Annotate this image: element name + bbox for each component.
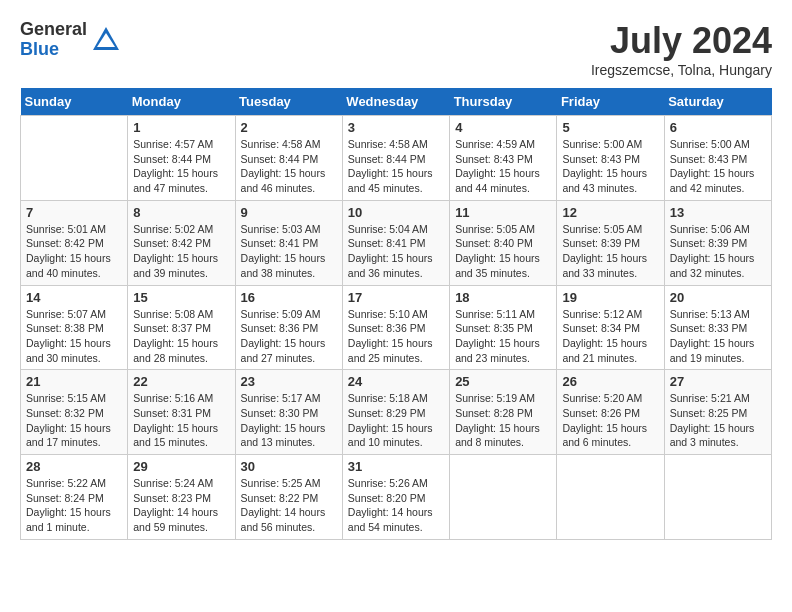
calendar-cell: 10Sunrise: 5:04 AM Sunset: 8:41 PM Dayli… [342, 200, 449, 285]
day-info: Sunrise: 5:10 AM Sunset: 8:36 PM Dayligh… [348, 307, 444, 366]
calendar-cell: 13Sunrise: 5:06 AM Sunset: 8:39 PM Dayli… [664, 200, 771, 285]
calendar-cell: 11Sunrise: 5:05 AM Sunset: 8:40 PM Dayli… [450, 200, 557, 285]
day-number: 14 [26, 290, 122, 305]
calendar-cell: 20Sunrise: 5:13 AM Sunset: 8:33 PM Dayli… [664, 285, 771, 370]
day-number: 29 [133, 459, 229, 474]
calendar-cell: 26Sunrise: 5:20 AM Sunset: 8:26 PM Dayli… [557, 370, 664, 455]
calendar-cell: 9Sunrise: 5:03 AM Sunset: 8:41 PM Daylig… [235, 200, 342, 285]
calendar-week-row: 21Sunrise: 5:15 AM Sunset: 8:32 PM Dayli… [21, 370, 772, 455]
calendar-cell: 14Sunrise: 5:07 AM Sunset: 8:38 PM Dayli… [21, 285, 128, 370]
calendar-cell: 1Sunrise: 4:57 AM Sunset: 8:44 PM Daylig… [128, 116, 235, 201]
calendar-cell: 4Sunrise: 4:59 AM Sunset: 8:43 PM Daylig… [450, 116, 557, 201]
day-number: 1 [133, 120, 229, 135]
logo-blue-text: Blue [20, 40, 87, 60]
calendar-cell: 19Sunrise: 5:12 AM Sunset: 8:34 PM Dayli… [557, 285, 664, 370]
day-info: Sunrise: 4:58 AM Sunset: 8:44 PM Dayligh… [348, 137, 444, 196]
calendar-cell: 23Sunrise: 5:17 AM Sunset: 8:30 PM Dayli… [235, 370, 342, 455]
day-info: Sunrise: 5:00 AM Sunset: 8:43 PM Dayligh… [670, 137, 766, 196]
day-info: Sunrise: 5:22 AM Sunset: 8:24 PM Dayligh… [26, 476, 122, 535]
day-info: Sunrise: 5:21 AM Sunset: 8:25 PM Dayligh… [670, 391, 766, 450]
calendar-cell: 31Sunrise: 5:26 AM Sunset: 8:20 PM Dayli… [342, 455, 449, 540]
logo: General Blue [20, 20, 121, 60]
day-info: Sunrise: 5:25 AM Sunset: 8:22 PM Dayligh… [241, 476, 337, 535]
day-info: Sunrise: 5:15 AM Sunset: 8:32 PM Dayligh… [26, 391, 122, 450]
day-info: Sunrise: 5:08 AM Sunset: 8:37 PM Dayligh… [133, 307, 229, 366]
page-header: General Blue July 2024 Iregszemcse, Toln… [20, 20, 772, 78]
day-info: Sunrise: 5:05 AM Sunset: 8:39 PM Dayligh… [562, 222, 658, 281]
day-info: Sunrise: 5:02 AM Sunset: 8:42 PM Dayligh… [133, 222, 229, 281]
column-header-sunday: Sunday [21, 88, 128, 116]
calendar-cell: 2Sunrise: 4:58 AM Sunset: 8:44 PM Daylig… [235, 116, 342, 201]
day-number: 5 [562, 120, 658, 135]
calendar-week-row: 7Sunrise: 5:01 AM Sunset: 8:42 PM Daylig… [21, 200, 772, 285]
calendar-cell [21, 116, 128, 201]
day-number: 21 [26, 374, 122, 389]
day-info: Sunrise: 5:12 AM Sunset: 8:34 PM Dayligh… [562, 307, 658, 366]
calendar-week-row: 1Sunrise: 4:57 AM Sunset: 8:44 PM Daylig… [21, 116, 772, 201]
day-info: Sunrise: 4:58 AM Sunset: 8:44 PM Dayligh… [241, 137, 337, 196]
calendar-cell: 22Sunrise: 5:16 AM Sunset: 8:31 PM Dayli… [128, 370, 235, 455]
day-number: 31 [348, 459, 444, 474]
day-info: Sunrise: 5:18 AM Sunset: 8:29 PM Dayligh… [348, 391, 444, 450]
calendar-cell: 25Sunrise: 5:19 AM Sunset: 8:28 PM Dayli… [450, 370, 557, 455]
day-number: 27 [670, 374, 766, 389]
day-info: Sunrise: 5:04 AM Sunset: 8:41 PM Dayligh… [348, 222, 444, 281]
day-number: 15 [133, 290, 229, 305]
day-info: Sunrise: 5:24 AM Sunset: 8:23 PM Dayligh… [133, 476, 229, 535]
day-info: Sunrise: 5:17 AM Sunset: 8:30 PM Dayligh… [241, 391, 337, 450]
calendar-week-row: 14Sunrise: 5:07 AM Sunset: 8:38 PM Dayli… [21, 285, 772, 370]
day-info: Sunrise: 4:59 AM Sunset: 8:43 PM Dayligh… [455, 137, 551, 196]
calendar-cell: 5Sunrise: 5:00 AM Sunset: 8:43 PM Daylig… [557, 116, 664, 201]
calendar-cell: 27Sunrise: 5:21 AM Sunset: 8:25 PM Dayli… [664, 370, 771, 455]
day-number: 7 [26, 205, 122, 220]
calendar-cell: 15Sunrise: 5:08 AM Sunset: 8:37 PM Dayli… [128, 285, 235, 370]
day-info: Sunrise: 5:07 AM Sunset: 8:38 PM Dayligh… [26, 307, 122, 366]
day-number: 20 [670, 290, 766, 305]
day-info: Sunrise: 5:13 AM Sunset: 8:33 PM Dayligh… [670, 307, 766, 366]
day-info: Sunrise: 4:57 AM Sunset: 8:44 PM Dayligh… [133, 137, 229, 196]
column-header-thursday: Thursday [450, 88, 557, 116]
logo-general-text: General [20, 20, 87, 40]
day-number: 23 [241, 374, 337, 389]
calendar-cell: 29Sunrise: 5:24 AM Sunset: 8:23 PM Dayli… [128, 455, 235, 540]
title-block: July 2024 Iregszemcse, Tolna, Hungary [591, 20, 772, 78]
column-header-monday: Monday [128, 88, 235, 116]
day-info: Sunrise: 5:06 AM Sunset: 8:39 PM Dayligh… [670, 222, 766, 281]
day-info: Sunrise: 5:03 AM Sunset: 8:41 PM Dayligh… [241, 222, 337, 281]
calendar-cell [557, 455, 664, 540]
day-number: 25 [455, 374, 551, 389]
location-subtitle: Iregszemcse, Tolna, Hungary [591, 62, 772, 78]
day-number: 11 [455, 205, 551, 220]
day-number: 18 [455, 290, 551, 305]
day-number: 10 [348, 205, 444, 220]
day-info: Sunrise: 5:20 AM Sunset: 8:26 PM Dayligh… [562, 391, 658, 450]
day-number: 22 [133, 374, 229, 389]
calendar-cell [450, 455, 557, 540]
calendar-table: SundayMondayTuesdayWednesdayThursdayFrid… [20, 88, 772, 540]
calendar-cell: 16Sunrise: 5:09 AM Sunset: 8:36 PM Dayli… [235, 285, 342, 370]
calendar-cell: 21Sunrise: 5:15 AM Sunset: 8:32 PM Dayli… [21, 370, 128, 455]
day-info: Sunrise: 5:19 AM Sunset: 8:28 PM Dayligh… [455, 391, 551, 450]
calendar-cell: 17Sunrise: 5:10 AM Sunset: 8:36 PM Dayli… [342, 285, 449, 370]
calendar-cell: 6Sunrise: 5:00 AM Sunset: 8:43 PM Daylig… [664, 116, 771, 201]
calendar-cell: 12Sunrise: 5:05 AM Sunset: 8:39 PM Dayli… [557, 200, 664, 285]
column-header-friday: Friday [557, 88, 664, 116]
calendar-cell: 30Sunrise: 5:25 AM Sunset: 8:22 PM Dayli… [235, 455, 342, 540]
calendar-cell [664, 455, 771, 540]
day-number: 19 [562, 290, 658, 305]
day-number: 16 [241, 290, 337, 305]
day-number: 2 [241, 120, 337, 135]
calendar-cell: 18Sunrise: 5:11 AM Sunset: 8:35 PM Dayli… [450, 285, 557, 370]
calendar-header-row: SundayMondayTuesdayWednesdayThursdayFrid… [21, 88, 772, 116]
calendar-cell: 8Sunrise: 5:02 AM Sunset: 8:42 PM Daylig… [128, 200, 235, 285]
column-header-tuesday: Tuesday [235, 88, 342, 116]
day-info: Sunrise: 5:00 AM Sunset: 8:43 PM Dayligh… [562, 137, 658, 196]
day-number: 30 [241, 459, 337, 474]
calendar-cell: 24Sunrise: 5:18 AM Sunset: 8:29 PM Dayli… [342, 370, 449, 455]
day-number: 4 [455, 120, 551, 135]
calendar-cell: 3Sunrise: 4:58 AM Sunset: 8:44 PM Daylig… [342, 116, 449, 201]
day-info: Sunrise: 5:26 AM Sunset: 8:20 PM Dayligh… [348, 476, 444, 535]
day-number: 8 [133, 205, 229, 220]
day-number: 9 [241, 205, 337, 220]
logo-icon [91, 25, 121, 55]
